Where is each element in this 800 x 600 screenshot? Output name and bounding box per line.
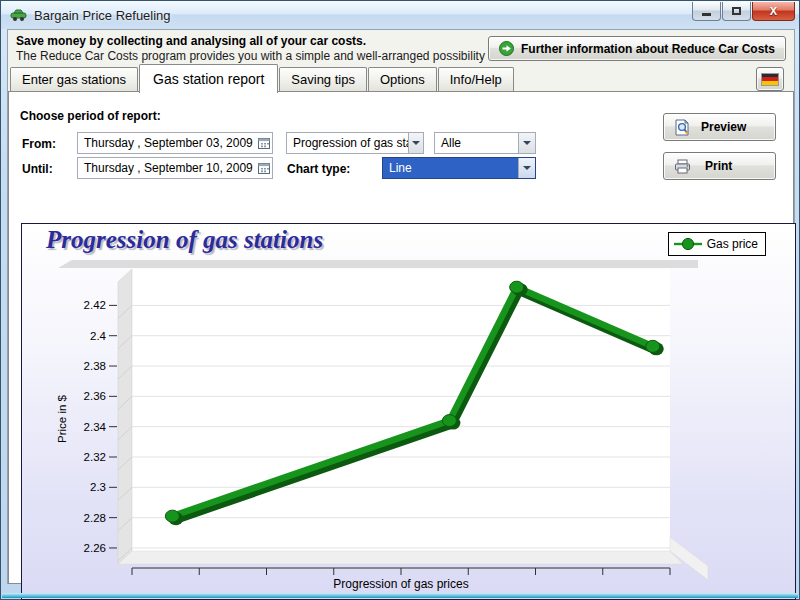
- title-bar: Bargain Price Refueling X: [1, 1, 799, 29]
- printer-icon: [674, 159, 691, 174]
- period-section-label: Choose period of report:: [20, 109, 161, 123]
- banner: Save money by collecting and analysing a…: [8, 30, 794, 64]
- station-filter-value: Alle: [441, 136, 461, 150]
- chart-title: Progression of gas stations: [46, 226, 323, 254]
- x-axis-title: Progression of gas prices: [333, 577, 468, 591]
- chart-type-dropdown-button[interactable]: [518, 158, 535, 178]
- report-type-select[interactable]: Progression of gas statio: [286, 132, 424, 154]
- close-icon: X: [770, 5, 777, 17]
- report-type-dropdown-button[interactable]: [408, 133, 423, 153]
- from-date-value: Thursday , September 03, 2009: [84, 136, 253, 150]
- plot-top-edge: [58, 260, 698, 268]
- y-tick-label: 2.34: [84, 421, 107, 433]
- print-button[interactable]: Print: [663, 152, 776, 180]
- tab-saving-tips[interactable]: Saving tips: [279, 67, 367, 92]
- app-window: Bargain Price Refueling X Save money by …: [0, 0, 800, 600]
- data-point: [165, 510, 179, 522]
- legend-label: Gas price: [707, 237, 758, 251]
- y-tick-label: 2.38: [84, 360, 106, 372]
- chart-type-select[interactable]: Line: [382, 157, 536, 179]
- chevron-down-icon: [523, 166, 531, 170]
- legend-line-marker-icon: [673, 237, 703, 251]
- further-information-label: Further information about Reduce Car Cos…: [521, 42, 775, 56]
- tab-strip: Enter gas stationsGas station reportSavi…: [8, 64, 794, 92]
- report-tab-panel: Choose period of report: From: Thursday …: [8, 91, 794, 584]
- chevron-down-icon: [412, 141, 420, 145]
- calendar-icon: [258, 163, 270, 174]
- y-tick-label: 2.32: [84, 451, 106, 463]
- chart-legend: Gas price: [668, 232, 766, 256]
- window-title: Bargain Price Refueling: [34, 8, 171, 23]
- window-controls: X: [691, 2, 795, 21]
- report-type-value: Progression of gas statio: [293, 136, 408, 150]
- calendar-icon: [258, 138, 270, 149]
- until-date-value: Thursday , September 10, 2009: [84, 161, 253, 175]
- chart-panel: Progression of gas stations Gas price 2.…: [21, 223, 796, 600]
- from-date-buttons: [253, 138, 273, 149]
- minimize-button[interactable]: [692, 2, 721, 21]
- y-tick-label: 2.42: [84, 299, 106, 311]
- chart-plot: 2.262.282.32.322.342.362.382.42.42Price …: [22, 224, 795, 599]
- further-information-button[interactable]: Further information about Reduce Car Cos…: [488, 36, 786, 61]
- preview-label: Preview: [701, 120, 746, 134]
- tab-enter-gas-stations[interactable]: Enter gas stations: [10, 67, 138, 92]
- data-point: [510, 281, 524, 293]
- chart-type-label: Chart type:: [287, 162, 350, 176]
- station-filter-select[interactable]: Alle: [434, 132, 536, 154]
- station-filter-dropdown-button[interactable]: [518, 133, 535, 153]
- plot-floor: [118, 551, 683, 564]
- tab-gas-station-report[interactable]: Gas station report: [139, 64, 278, 93]
- data-point: [646, 340, 660, 352]
- y-axis-title: Price in $: [56, 394, 68, 443]
- maximize-icon: [732, 7, 741, 15]
- from-date-picker[interactable]: Thursday , September 03, 2009: [77, 132, 273, 154]
- until-date-buttons: [253, 163, 273, 174]
- tab-strip-tabs: Enter gas stationsGas station reportSavi…: [10, 64, 515, 92]
- y-tick-label: 2.36: [84, 390, 106, 402]
- preview-button[interactable]: Preview: [663, 113, 776, 141]
- window-body: Save money by collecting and analysing a…: [7, 29, 795, 584]
- german-flag-icon: [761, 73, 779, 86]
- print-label: Print: [705, 159, 732, 173]
- y-tick-label: 2.3: [90, 481, 106, 493]
- maximize-button[interactable]: [722, 2, 751, 21]
- minimize-icon: [702, 13, 711, 16]
- tab-options[interactable]: Options: [368, 67, 437, 92]
- data-point: [442, 415, 456, 427]
- until-date-picker[interactable]: Thursday , September 10, 2009: [77, 157, 273, 179]
- green-arrow-icon: [499, 41, 514, 56]
- from-label: From:: [22, 137, 56, 151]
- y-tick-label: 2.4: [90, 330, 107, 342]
- chevron-down-icon: [523, 141, 531, 145]
- y-tick-label: 2.26: [84, 542, 106, 554]
- y-tick-label: 2.28: [84, 512, 106, 524]
- car-icon: [10, 9, 28, 22]
- chart-type-value: Line: [389, 161, 412, 175]
- magnifier-document-icon: [674, 119, 691, 136]
- tab-info-help[interactable]: Info/Help: [438, 67, 514, 92]
- until-label: Until:: [22, 162, 53, 176]
- close-button[interactable]: X: [752, 2, 795, 21]
- language-flag-button[interactable]: [756, 67, 784, 91]
